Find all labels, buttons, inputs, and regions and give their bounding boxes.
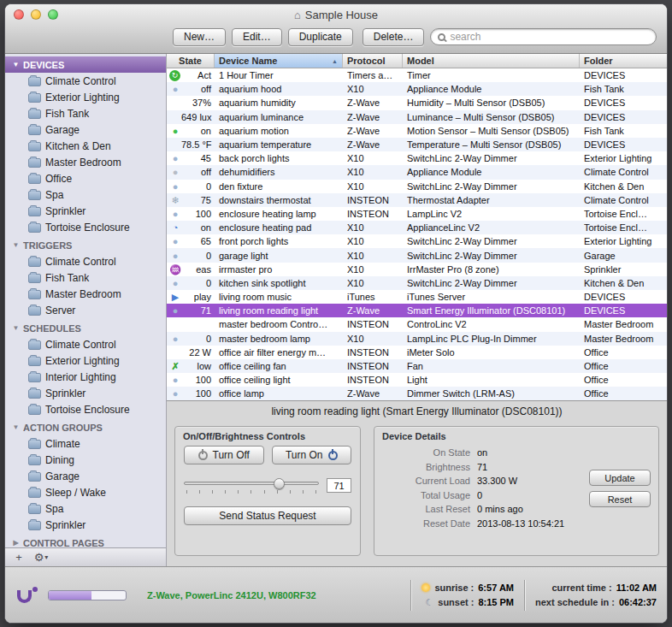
sidebar-item-dining[interactable]: Dining <box>5 452 166 468</box>
table-row[interactable]: 37%aquarium humidityZ-WaveHumidity – Mul… <box>167 96 667 109</box>
sidebar-item-sprinkler[interactable]: Sprinkler <box>5 517 166 533</box>
title-bar[interactable]: ⌂ Sample House <box>5 4 667 25</box>
sidebar-item-garage[interactable]: Garage <box>5 468 166 484</box>
disclosure-triangle-icon[interactable]: ▼ <box>11 241 21 249</box>
document-icon: ⌂ <box>294 9 301 21</box>
device-folder: Kitchen & Den <box>580 278 667 288</box>
zoom-button[interactable] <box>48 9 58 20</box>
device-protocol: X10 <box>343 334 403 344</box>
sidebar-item-master-bedroom[interactable]: Master Bedroom <box>5 286 166 302</box>
table-row[interactable]: ●100office ceiling lightINSTEONLightOffi… <box>167 373 667 387</box>
action-gear-button[interactable]: ⚙▾ <box>32 550 50 565</box>
sidebar-item-garage[interactable]: Garage <box>5 121 166 138</box>
sidebar-item-server[interactable]: Server <box>5 302 166 318</box>
add-button[interactable]: + <box>9 550 28 565</box>
turn-off-button[interactable]: Turn Off <box>184 446 264 464</box>
table-row[interactable]: ✗lowoffice ceiling fanINSTEONFanOffice <box>167 359 667 373</box>
detail-value: on <box>477 447 487 458</box>
table-row[interactable]: ♒easirrmaster proX10IrrMaster Pro (8 zon… <box>167 263 667 276</box>
table-row[interactable]: ●45back porch lightsX10SwitchLinc 2-Way … <box>167 151 667 165</box>
folder-icon <box>28 405 41 415</box>
sidebar-item-fish-tank[interactable]: Fish Tank <box>5 269 166 286</box>
sidebar-item-sprinkler[interactable]: Sprinkler <box>5 203 166 219</box>
table-row[interactable]: ●onaquarium motionZ-WaveMotion Sensor – … <box>167 124 667 138</box>
sidebar-item-interior-lighting[interactable]: Interior Lighting <box>5 369 166 385</box>
slider-track[interactable] <box>184 482 319 485</box>
table-row[interactable]: ●71living room reading lightZ-WaveSmart … <box>167 304 667 317</box>
column-header-folder[interactable]: Folder <box>580 54 667 68</box>
column-header-protocol[interactable]: Protocol <box>343 54 403 68</box>
table-row[interactable]: ●0master bedroom lampX10LampLinc PLC Plu… <box>167 332 667 346</box>
sidebar-item-tortoise-enclosure[interactable]: Tortoise Enclosure <box>5 219 166 235</box>
disclosure-triangle-icon[interactable]: ▼ <box>11 61 21 68</box>
folder-icon <box>28 207 41 216</box>
sidebar-item-spa[interactable]: Spa <box>5 186 166 203</box>
disclosure-triangle-icon[interactable]: ▶ <box>11 539 21 547</box>
table-row[interactable]: ◔onenclosure heating padX10ApplianceLinc… <box>167 221 667 234</box>
sunrise-value: 6:57 AM <box>478 583 514 593</box>
close-button[interactable] <box>14 9 24 20</box>
new-button[interactable]: New… <box>173 28 226 46</box>
send-status-request-button[interactable]: Send Status Request <box>184 506 351 525</box>
sidebar-item-exterior-lighting[interactable]: Exterior Lighting <box>5 89 166 105</box>
sidebar-item-climate-control[interactable]: Climate Control <box>5 73 166 89</box>
sidebar-section-triggers[interactable]: ▼TRIGGERS <box>5 237 166 253</box>
sidebar-item-tortoise-enclosure[interactable]: Tortoise Enclosure <box>5 401 166 417</box>
device-name: garage light <box>215 251 343 261</box>
sidebar-item-fish-tank[interactable]: Fish Tank <box>5 105 166 121</box>
turn-on-button[interactable]: Turn On <box>272 446 352 464</box>
table-row[interactable]: master bedroom Contro…INSTEONControLinc … <box>167 317 667 331</box>
table-row[interactable]: 78.5 °Faquarium temperatureZ-WaveTempera… <box>167 138 667 151</box>
sidebar-section-label: TRIGGERS <box>23 240 72 251</box>
sidebar-item-spa[interactable]: Spa <box>5 500 166 517</box>
sidebar-item-climate-control[interactable]: Climate Control <box>5 336 166 352</box>
disclosure-triangle-icon[interactable]: ▼ <box>11 324 21 332</box>
sidebar-item-sprinkler[interactable]: Sprinkler <box>5 385 166 401</box>
table-row[interactable]: ●offdehumidifiersX10Appliance ModuleClim… <box>167 165 667 179</box>
duplicate-button[interactable]: Duplicate <box>288 28 353 46</box>
table-row[interactable]: ●0kitchen sink spotlightX10SwitchLinc 2-… <box>167 276 667 290</box>
table-row[interactable]: 649 luxaquarium luminanceZ-WaveLuminance… <box>167 110 667 124</box>
table-row[interactable]: ●65front porch lightsX10SwitchLinc 2-Way… <box>167 234 667 248</box>
sun-times: sunrise : 6:57 AM ☾ sunset : 8:15 PM <box>421 583 514 608</box>
sidebar-item-sleep-wake[interactable]: Sleep / Wake <box>5 484 166 500</box>
column-header-model[interactable]: Model <box>403 54 580 68</box>
sidebar-section-action-groups[interactable]: ▼ACTION GROUPS <box>5 419 166 435</box>
toolbar: New… Edit… Duplicate Delete… <box>5 25 667 53</box>
sidebar-item-master-bedroom[interactable]: Master Bedroom <box>5 154 166 170</box>
reset-button[interactable]: Reset <box>589 491 651 507</box>
sidebar-item-label: Kitchen & Den <box>45 140 111 152</box>
column-header-state[interactable]: State <box>167 54 215 68</box>
device-name: aquarium temperature <box>215 139 343 150</box>
sidebar-section-schedules[interactable]: ▼SCHEDULES <box>5 320 166 336</box>
sidebar-section-devices[interactable]: ▼DEVICES <box>5 56 166 73</box>
search-field[interactable] <box>430 28 657 45</box>
sidebar-item-kitchen-den[interactable]: Kitchen & Den <box>5 138 166 154</box>
brightness-slider-thumb[interactable] <box>274 478 285 489</box>
search-input[interactable] <box>450 31 649 43</box>
sidebar-section-control-pages[interactable]: ▶CONTROL PAGES <box>5 535 166 547</box>
minimize-button[interactable] <box>31 9 41 20</box>
sidebar-item-exterior-lighting[interactable]: Exterior Lighting <box>5 352 166 369</box>
brightness-value-field[interactable] <box>327 478 351 493</box>
sidebar-item-label: Interior Lighting <box>45 371 116 383</box>
table-row[interactable]: ●0den fixtureX10SwitchLinc 2-Way DimmerK… <box>167 180 667 193</box>
delete-button[interactable]: Delete… <box>363 28 425 46</box>
sidebar-item-climate[interactable]: Climate <box>5 435 166 452</box>
sidebar-item-climate-control[interactable]: Climate Control <box>5 253 166 269</box>
table-row[interactable]: ●0garage lightX10SwitchLinc 2-Way Dimmer… <box>167 248 667 262</box>
column-header-device-name[interactable]: Device Name ▲ <box>215 54 343 68</box>
table-row[interactable]: 22 Woffice air filter energy m…INSTEONiM… <box>167 346 667 359</box>
table-row[interactable]: ●offaquarium hoodX10Appliance ModuleFish… <box>167 82 667 96</box>
table-row[interactable]: ●100office lampZ-WaveDimmer Switch (LRM-… <box>167 387 667 400</box>
table-row[interactable]: ↻Act1 Hour TimerTimers a…TimerDEVICES <box>167 68 667 82</box>
edit-button[interactable]: Edit… <box>232 28 282 46</box>
sidebar-item-label: Spa <box>45 189 63 201</box>
table-row[interactable]: ●100enclosure heating lampINSTEONLampLin… <box>167 207 667 221</box>
update-button[interactable]: Update <box>589 470 651 486</box>
table-row[interactable]: ❄75downstairs thermostatINSTEONThermosta… <box>167 193 667 207</box>
brightness-slider[interactable] <box>184 477 319 494</box>
table-row[interactable]: ▶playliving room musiciTunesiTunes Serve… <box>167 290 667 304</box>
disclosure-triangle-icon[interactable]: ▼ <box>11 423 21 431</box>
sidebar-item-office[interactable]: Office <box>5 170 166 186</box>
